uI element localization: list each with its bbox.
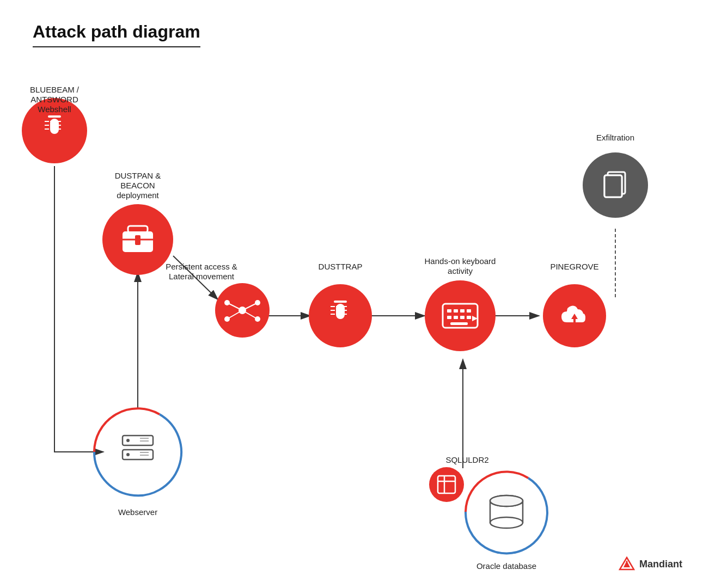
dustpan-label3: deployment [117, 191, 159, 200]
svg-point-66 [126, 439, 130, 442]
keyboard-label2: activity [448, 266, 473, 275]
svg-rect-40 [447, 309, 451, 313]
node-lateral [215, 283, 270, 338]
mandiant-icon [619, 556, 635, 572]
svg-rect-2 [48, 115, 61, 118]
keyboard-label1: Hands-on keyboard [425, 256, 496, 266]
svg-rect-28 [334, 301, 347, 303]
svg-rect-34 [343, 306, 347, 307]
webserver-label: Webserver [118, 507, 157, 517]
sqlulder-label: SQLULDR2 [445, 455, 488, 464]
mandiant-logo: Mandiant [619, 556, 682, 572]
node-sqluldr2 [429, 467, 464, 502]
title-section: Attack path diagram [33, 22, 200, 47]
svg-point-38 [425, 280, 496, 351]
dusttrap-label: DUSTTRAP [319, 262, 363, 271]
pinegrove-label: PINEGROVE [550, 262, 598, 271]
node-keyboard [425, 280, 496, 351]
svg-point-68 [126, 453, 130, 456]
bluebeam-label1: BLUEBEAM / [30, 85, 80, 94]
node-pinegrove [543, 284, 606, 347]
oracle-label: Oracle database [476, 561, 536, 571]
svg-rect-55 [604, 175, 622, 197]
svg-rect-35 [343, 310, 347, 311]
page-container: Attack path diagram [0, 0, 715, 588]
arrow-bluebeam-webserver [54, 166, 103, 452]
svg-rect-6 [45, 121, 49, 122]
node-dusttrap [309, 284, 372, 347]
attack-path-diagram: BLUEBEAM / ANTSWORD Webshell DUSTPAN & B… [0, 60, 715, 577]
node-dustpan [102, 204, 173, 275]
svg-rect-33 [331, 310, 335, 311]
svg-rect-48 [450, 322, 468, 325]
svg-point-56 [429, 467, 464, 502]
bluebeam-label3: Webshell [38, 105, 71, 114]
svg-rect-46 [460, 316, 465, 319]
svg-rect-7 [45, 125, 49, 126]
node-oracle [466, 471, 547, 553]
lateral-label1: Persistent access & [166, 262, 237, 271]
svg-rect-42 [460, 309, 465, 313]
dustpan-label1: DUSTPAN & [115, 171, 161, 180]
svg-rect-44 [447, 316, 451, 319]
svg-rect-10 [45, 128, 49, 130]
svg-rect-16 [135, 235, 140, 245]
svg-rect-45 [454, 316, 458, 319]
svg-rect-47 [467, 316, 471, 319]
node-exfiltration [583, 152, 648, 218]
svg-rect-36 [331, 314, 335, 315]
mandiant-label: Mandiant [639, 559, 682, 570]
dustpan-label2: BEACON [120, 181, 155, 190]
exfiltration-label: Exfiltration [596, 133, 634, 142]
bluebeam-label2: ANTSWORD [30, 95, 78, 104]
svg-rect-37 [343, 314, 347, 315]
lateral-label2: Lateral movement [169, 272, 235, 281]
svg-rect-8 [57, 121, 61, 122]
svg-rect-32 [331, 306, 335, 307]
svg-rect-43 [467, 309, 471, 313]
svg-rect-41 [454, 309, 458, 313]
svg-rect-9 [57, 125, 61, 126]
svg-rect-11 [57, 128, 61, 130]
page-title: Attack path diagram [33, 22, 200, 41]
node-webserver [94, 408, 181, 495]
svg-point-64 [490, 495, 523, 506]
svg-point-61 [490, 517, 523, 528]
